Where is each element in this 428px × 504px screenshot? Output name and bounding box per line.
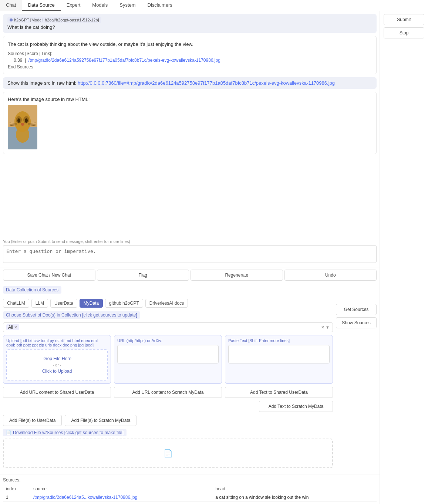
add-url-shared-button[interactable]: Add URL content to Shared UserData [3,387,111,398]
sources-label: Sources [Score | Link]: [8,51,53,56]
url-box: URL (http/https) or ArXiv: [114,335,222,384]
file-add-buttons: Add File(s) to UserData Add File(s) to S… [3,415,333,426]
main-container: h2oGPT [Model: h2oai/h2ogpt-oasst1-512-1… [0,11,428,504]
subset-chevron-icon: ✕ ▼ [321,325,330,330]
top-nav: Chat Data Source Expert Models System Di… [0,0,428,11]
subset-tag-all: All ✕ [6,324,19,330]
svg-point-6 [25,118,28,123]
user-message-1: h2oGPT [Model: h2oai/h2ogpt-oasst1-512-1… [3,14,377,33]
download-section: 📄 Download File w/Sources [click get sou… [3,429,333,468]
tab-models[interactable]: Models [86,0,114,11]
col-source: source [30,485,212,493]
data-source-panel: Data Collection of Sources ChatLLM LLM U… [0,283,380,474]
svg-point-14 [16,126,29,143]
assistant-message-1: The cat is probably thinking about the v… [3,36,377,74]
tag-mydata[interactable]: MyData [80,299,103,308]
undo-button[interactable]: Undo [284,270,377,281]
source-link-1[interactable]: /tmp/gradio/2da6e6124a592758e97f177b1a05… [28,58,220,63]
tab-chat[interactable]: Chat [0,0,22,11]
flag-button[interactable]: Flag [97,270,189,281]
badge-dot [10,18,13,21]
drop-link[interactable]: Drop File Here [43,356,71,361]
sources-table-section: Sources: index source head 1 /tmp/gradio… [0,474,380,504]
submit-button[interactable]: Submit [384,14,424,25]
tag-github-h2ogpt[interactable]: github h2oGPT [105,299,143,308]
subset-tag-close[interactable]: ✕ [14,325,17,330]
assistant-message-2: Here's the image source in raw HTML: [3,92,377,154]
tab-system[interactable]: System [114,0,141,11]
cat-image [8,105,37,149]
url-label: URL (http/https) or ArXiv: [117,338,219,343]
col-head: head [212,485,377,493]
chat-messages[interactable]: h2oGPT [Model: h2oai/h2ogpt-oasst1-512-1… [0,11,380,236]
input-hint: You (Enter or push Submit to send messag… [3,239,377,244]
add-text-scratch-button[interactable]: Add Text to Scratch MyData [259,401,333,412]
assistant-text-2: Here's the image source in raw HTML: [8,97,372,102]
right-sidebar: Submit Stop [380,11,428,504]
add-url-scratch-button[interactable]: Add URL content to Scratch MyData [114,387,222,398]
add-text-shared-button[interactable]: Add Text to Shared UserData [225,387,333,398]
tag-driverless-ai-docs[interactable]: DriverlessAI docs [145,299,188,308]
tab-expert[interactable]: Expert [61,0,87,11]
user-message-2: Show this image src in raw html: http://… [3,77,377,89]
save-chat-button[interactable]: Save Chat / New Chat [3,270,95,281]
svg-point-7 [21,123,24,126]
collection-tags: ChatLLM LLM UserData MyData github h2oGP… [3,299,333,308]
source-item-1: 0.39 | /tmp/gradio/2da6e6124a592758e97f1… [14,58,372,63]
end-sources: End Sources [8,64,372,70]
subset-select[interactable]: All ✕ ✕ ▼ [3,322,333,332]
tab-data-source[interactable]: Data Source [22,0,60,11]
user-question-2: Show this image src in raw html: http://… [7,80,335,86]
model-badge-text: h2oGPT [Model: h2oai/h2ogpt-oasst1-512-1… [14,18,99,22]
regenerate-button[interactable]: Regenerate [191,270,283,281]
stop-button[interactable]: Stop [384,27,424,38]
sources-title: Sources: [3,477,377,483]
add-files-userdata-button[interactable]: Add File(s) to UserData [3,415,62,426]
sources-table: index source head 1 /tmp/gradio/2da6e612… [3,485,377,502]
col-index: index [3,485,30,493]
user-question-1: What is the cat doing? [7,24,372,30]
drop-or: - or - [10,363,104,367]
get-sources-button[interactable]: Get Sources [336,304,377,315]
table-row: 1 /tmp/gradio/2da6e6124a5...kowalievska-… [3,493,377,502]
file-icon: 📄 [164,449,173,458]
user-link-2[interactable]: http://0.0.0.0:7860/file=/tmp/gradio/2da… [78,80,335,86]
row-index: 1 [3,493,30,502]
source-inputs-row: Upload [pdf txt csv toml py rst rtf md h… [3,335,333,384]
file-drop-area[interactable]: 📄 [3,439,333,468]
message-input[interactable] [3,245,377,263]
collection-label: Data Collection of Sources [3,286,61,294]
tag-chatllm[interactable]: ChatLLM [3,299,29,308]
url-input[interactable] [117,345,219,363]
download-icon: 📄 [6,430,11,435]
download-label[interactable]: 📄 Download File w/Sources [click get sou… [3,429,127,436]
chat-panel: h2oGPT [Model: h2oai/h2ogpt-oasst1-512-1… [0,11,380,504]
paste-input[interactable] [228,345,330,363]
source-score: 0.39 [14,58,22,63]
click-upload[interactable]: Click to Upload [42,369,72,374]
paste-box: Paste Text [Shift-Enter more lines] [225,335,333,384]
assistant-text-1: The cat is probably thinking about the v… [8,41,372,48]
add-files-scratch-button[interactable]: Add File(s) to Scratch MyData [65,415,137,426]
add-buttons-row: Add URL content to Shared UserData Add U… [3,387,333,398]
subset-row: Choose Subset of Doc(s) in Collection [c… [3,311,333,319]
input-area: You (Enter or push Submit to send messag… [0,236,380,267]
row-source-link[interactable]: /tmp/gradio/2da6e6124a5...kowalievska-11… [33,495,138,500]
action-buttons: Save Chat / New Chat Flag Regenerate Und… [0,267,380,283]
sources-section-1: Sources [Score | Link]: 0.39 | /tmp/grad… [8,51,372,70]
user-message-header-1: h2oGPT [Model: h2oai/h2ogpt-oasst1-512-1… [7,17,372,23]
tag-userdata[interactable]: UserData [50,299,77,308]
cat-svg [8,105,37,149]
row-head: a cat sitting on a window sie looking ou… [212,493,377,502]
svg-point-5 [17,118,20,123]
tab-disclaimers[interactable]: Disclaimers [142,0,178,11]
upload-box: Upload [pdf txt csv toml py rst rtf md h… [3,335,111,384]
row-source: /tmp/gradio/2da6e6124a5...kowalievska-11… [30,493,212,502]
show-sources-button[interactable]: Show Sources [336,317,377,328]
upload-label: Upload [pdf txt csv toml py rst rtf md h… [6,338,108,347]
model-badge: h2oGPT [Model: h2oai/h2ogpt-oasst1-512-1… [7,17,101,23]
subset-label: Choose Subset of Doc(s) in Collection [c… [3,311,140,319]
paste-label: Paste Text [Shift-Enter more lines] [228,338,330,343]
drop-zone[interactable]: Drop File Here - or - Click to Upload [6,349,108,380]
tag-llm[interactable]: LLM [31,299,48,308]
